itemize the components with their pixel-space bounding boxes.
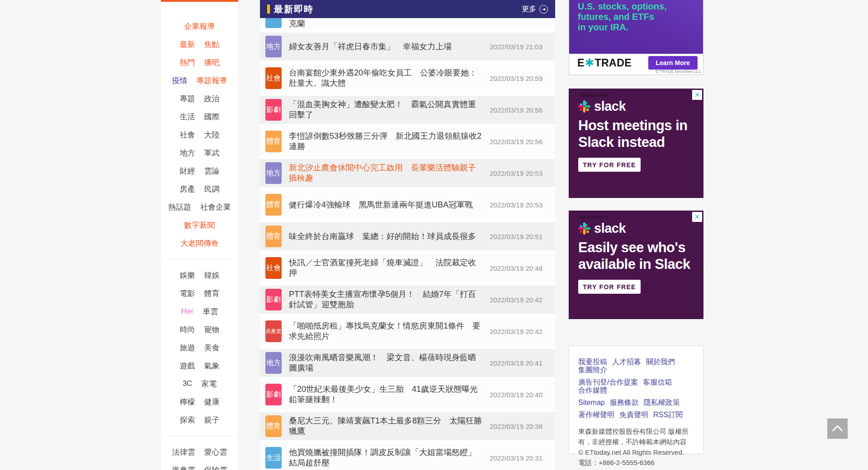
news-row[interactable]: 體育李愷諺倒數53秒致勝三分彈 新北國王力退領航猿收2連勝2022/03/19 …	[260, 127, 555, 155]
sidebar-item-氣象[interactable]: 氣象	[204, 361, 220, 371]
news-title[interactable]: 克蘭	[289, 18, 305, 29]
sidebar-item-專題[interactable]: 專題	[180, 94, 195, 104]
news-title[interactable]: 浪漫吹南風晒音樂風潮！ 梁文音、楊蒨時現身藍晒圖廣場	[289, 352, 483, 373]
sidebar-item-遊戲[interactable]: 遊戲	[180, 361, 195, 371]
news-row[interactable]: 房產雲「啪啪抵房租」專找烏克蘭女！情慾房東開1條件 要求先給照片2022/03/…	[260, 317, 555, 345]
sidebar-item-旅遊[interactable]: 旅遊	[180, 343, 195, 353]
sidebar-item-熱話題[interactable]: 熱話題	[168, 202, 191, 212]
sidebar-item-寵物[interactable]: 寵物	[204, 324, 220, 335]
sidebar-item-親子[interactable]: 親子	[204, 415, 220, 425]
sidebar-item-美食[interactable]: 美食	[204, 343, 220, 353]
news-row[interactable]: 影劇「20世紀末最後美少女」生三胎 41歲逆天狀態曝光鉛筆腿辣翻！2022/03…	[260, 381, 555, 409]
sidebar-item-電影[interactable]: 電影	[180, 288, 195, 299]
scroll-to-top-button[interactable]	[827, 418, 848, 439]
more-link[interactable]: 更多 ➜	[522, 5, 548, 14]
footer-link-廣告刊登/合作提案[interactable]: 廣告刊登/合作提案	[578, 378, 638, 386]
news-row[interactable]: 影劇「混血美胸女神」遭酸變太肥！ 霸氣公開真實體重回擊了2022/03/19 2…	[260, 96, 555, 124]
sidebar-item-疫情[interactable]: 疫情	[172, 75, 188, 86]
footer-link-客服信箱[interactable]: 客服信箱	[643, 378, 672, 386]
news-row[interactable]: 體育桑尼大三元、陳靖寰飆T1本土最多8顆三分 太陽狂勝獵鷹2022/03/19 …	[260, 412, 555, 440]
sidebar-item-愛心雲[interactable]: 愛心雲	[204, 447, 227, 457]
sidebar-item-財經[interactable]: 財經	[180, 166, 195, 176]
news-row[interactable]: 體育健行爆冷4強輸球 黑馬世新連兩年挺進UBA冠軍戰2022/03/19 20:…	[260, 191, 555, 219]
sidebar-item-Her[interactable]: Her	[181, 307, 193, 316]
sidebar-item-播吧[interactable]: 播吧	[204, 57, 220, 68]
sidebar-item-雲論[interactable]: 雲論	[204, 166, 220, 176]
sidebar-item-生活[interactable]: 生活	[180, 112, 195, 122]
news-title[interactable]: 婦女友善月「祥虎日春市集」 幸福女力上場	[289, 42, 483, 52]
sidebar-item-恩典雲[interactable]: 恩典雲	[172, 465, 195, 470]
news-row[interactable]: 克蘭	[260, 18, 555, 29]
slack-ad-2[interactable]: Advertisement ✕ slack Easily see who's a…	[569, 211, 703, 319]
news-title[interactable]: 新北汐止農會休閒中心完工啟用 長輩樂活體驗親子插秧趣	[289, 163, 483, 183]
sidebar-item-最新[interactable]: 最新	[180, 39, 195, 50]
footer-link-合作媒體[interactable]: 合作媒體	[578, 386, 607, 395]
news-time: 2022/03/19 20:31	[490, 454, 542, 462]
sidebar-item-社會[interactable]: 社會	[180, 130, 195, 140]
sidebar-item-軍武[interactable]: 軍武	[204, 148, 220, 158]
sidebar-item-探索[interactable]: 探索	[180, 415, 195, 425]
news-row[interactable]: 社會台南宴館少東外遇20年偷吃女員工 公婆冷眼要她：肚量大、識大體2022/03…	[260, 64, 555, 92]
news-title[interactable]: 「混血美胸女神」遭酸變太肥！ 霸氣公開真實體重回擊了	[289, 99, 483, 120]
sidebar-item-健康[interactable]: 健康	[204, 397, 220, 407]
sidebar-item-房產[interactable]: 房產	[180, 184, 195, 194]
slack-ad-headline: Easily see who's available in Slack	[578, 239, 690, 273]
sidebar-item-體育[interactable]: 體育	[204, 288, 220, 299]
ad-close-icon[interactable]: ✕	[692, 212, 702, 222]
sidebar-item-熱門[interactable]: 熱門	[180, 57, 195, 68]
slack-ad-1[interactable]: Advertisement ✕ slack Host meetings in S…	[569, 89, 703, 198]
news-row[interactable]: 影劇PTT表特美女主播宣布懷孕5個月！ 結婚7年「打百針試管」迎雙胞胎2022/…	[260, 286, 555, 314]
news-title[interactable]: 健行爆冷4強輸球 黑馬世新連兩年挺進UBA冠軍戰	[289, 200, 483, 210]
ad-close-icon[interactable]: ✕	[692, 90, 702, 100]
sidebar-item-大老闆傳奇[interactable]: 大老闆傳奇	[180, 238, 219, 249]
try-for-free-button[interactable]: TRY FOR FREE	[578, 158, 641, 172]
sidebar-item-檸檬[interactable]: 檸檬	[180, 397, 195, 407]
sidebar-item-娛樂[interactable]: 娛樂	[180, 270, 195, 281]
sidebar-item-社會企業[interactable]: 社會企業	[200, 202, 231, 212]
sidebar-item-數字新聞[interactable]: 數字新聞	[184, 220, 215, 230]
footer-link-隱私權政策[interactable]: 隱私權政策	[644, 399, 680, 407]
footer-link-關於我們[interactable]: 關於我們	[646, 358, 675, 366]
news-title[interactable]: 「20世紀末最後美少女」生三胎 41歲逆天狀態曝光鉛筆腿辣翻！	[289, 384, 483, 405]
sidebar-item-家電[interactable]: 家電	[201, 379, 217, 389]
news-row[interactable]: 地方浪漫吹南風晒音樂風潮！ 梁文音、楊蒨時現身藍晒圖廣場2022/03/19 2…	[260, 349, 555, 377]
sidebar-item-大陸[interactable]: 大陸	[204, 130, 220, 140]
news-title[interactable]: 「啪啪抵房租」專找烏克蘭女！情慾房東開1條件 要求先給照片	[289, 321, 483, 342]
news-title[interactable]: PTT表特美女主播宣布懷孕5個月！ 結婚7年「打百針試管」迎雙胞胎	[289, 289, 483, 310]
sidebar-item-國際[interactable]: 國際	[204, 112, 220, 122]
news-row[interactable]: 地方婦女友善月「祥虎日春市集」 幸福女力上場2022/03/19 21:03	[260, 33, 555, 61]
sidebar-item-民調[interactable]: 民調	[204, 184, 220, 194]
news-row[interactable]: 體育味全終於台南贏球 葉總：好的開始！球員成長很多2022/03/19 20:5…	[260, 222, 555, 250]
sidebar-item-政治[interactable]: 政治	[204, 94, 220, 104]
sidebar-item-法律雲[interactable]: 法律雲	[172, 447, 195, 457]
sidebar-item-地方[interactable]: 地方	[180, 148, 195, 158]
sidebar-item-焦點[interactable]: 焦點	[204, 39, 220, 50]
sidebar-item-3C[interactable]: 3C	[183, 379, 193, 388]
news-title[interactable]: 快訊／士官酒駕撞死老婦「燒車滅證」 法院裁定收押	[289, 258, 483, 278]
news-row[interactable]: 地方新北汐止農會休閒中心完工啟用 長輩樂活體驗親子插秧趣2022/03/19 2…	[260, 159, 555, 187]
sidebar-item-專題報導[interactable]: 專題報導	[197, 75, 227, 86]
footer-link-服務條款[interactable]: 服務條款	[610, 399, 639, 407]
footer-link-人才招募[interactable]: 人才招募	[612, 358, 641, 366]
sidebar-item-韓娛[interactable]: 韓娛	[204, 270, 220, 281]
footer-link-免責聲明[interactable]: 免責聲明	[619, 411, 648, 419]
news-title[interactable]: 味全終於台南贏球 葉總：好的開始！球員成長很多	[289, 231, 483, 242]
sidebar-item-時尚[interactable]: 時尚	[180, 324, 195, 335]
sidebar-item-車雲[interactable]: 車雲	[203, 306, 218, 317]
footer-link-我要投稿[interactable]: 我要投稿	[578, 358, 607, 366]
footer-link-RSS訂閱[interactable]: RSS訂閱	[653, 411, 683, 419]
news-title[interactable]: 他買燒臘被撞開插隊！調皮反制讓「大姐當場怒瞪」 結局超舒壓	[289, 447, 483, 468]
sidebar-item-企業報導[interactable]: 企業報導	[184, 21, 215, 32]
learn-more-button[interactable]: Learn More	[648, 56, 698, 70]
news-title[interactable]: 桑尼大三元、陳靖寰飆T1本土最多8顆三分 太陽狂勝獵鷹	[289, 416, 483, 437]
etrade-ad-banner[interactable]: Get commission-free U.S. stocks, options…	[569, 0, 703, 75]
footer-link-著作權聲明[interactable]: 著作權聲明	[578, 411, 614, 419]
sidebar-item-保險雲[interactable]: 保險雲	[204, 465, 227, 470]
try-for-free-button[interactable]: TRY FOR FREE	[578, 280, 641, 294]
news-title[interactable]: 李愷諺倒數53秒致勝三分彈 新北國王力退領航猿收2連勝	[289, 131, 483, 152]
footer-link-集團簡介[interactable]: 集團簡介	[578, 366, 607, 374]
news-row[interactable]: 生活他買燒臘被撞開插隊！調皮反制讓「大姐當場怒瞪」 結局超舒壓2022/03/1…	[260, 444, 555, 470]
news-row[interactable]: 社會快訊／士官酒駕撞死老婦「燒車滅證」 法院裁定收押2022/03/19 20:…	[260, 254, 555, 282]
news-title[interactable]: 台南宴館少東外遇20年偷吃女員工 公婆冷眼要她：肚量大、識大體	[289, 68, 483, 89]
footer-link-Sitemap[interactable]: Sitemap	[578, 399, 605, 407]
